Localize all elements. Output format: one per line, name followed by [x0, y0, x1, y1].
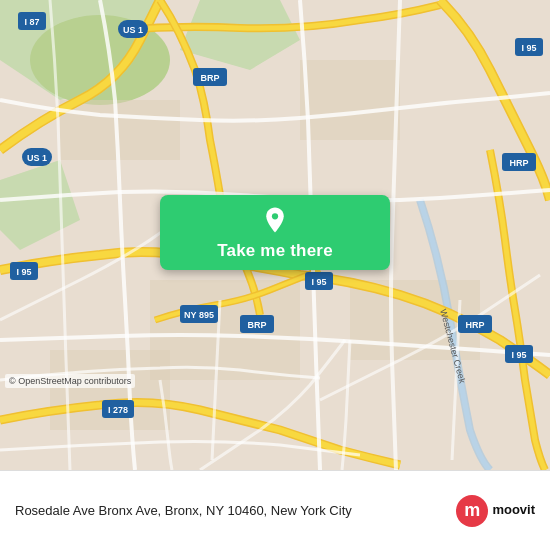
- moovit-logo-icon: m: [456, 495, 488, 527]
- address-text: Rosedale Ave Bronx Ave, Bronx, NY 10460,…: [15, 503, 352, 518]
- svg-text:I 95: I 95: [16, 267, 31, 277]
- location-pin-icon: [260, 205, 290, 235]
- svg-text:US 1: US 1: [27, 153, 47, 163]
- map-container: I 87 US 1 US 1 I 95 I 95 I 95 HRP HRP BR…: [0, 0, 550, 470]
- take-me-there-button[interactable]: Take me there: [160, 195, 390, 270]
- svg-text:US 1: US 1: [123, 25, 143, 35]
- address-section: Rosedale Ave Bronx Ave, Bronx, NY 10460,…: [15, 501, 446, 520]
- svg-rect-7: [150, 280, 300, 380]
- svg-text:BRP: BRP: [247, 320, 266, 330]
- svg-text:I 95: I 95: [521, 43, 536, 53]
- svg-text:I 95: I 95: [511, 350, 526, 360]
- svg-text:BRP: BRP: [200, 73, 219, 83]
- svg-text:I 87: I 87: [24, 17, 39, 27]
- svg-text:I 278: I 278: [108, 405, 128, 415]
- moovit-logo-text: moovit: [492, 503, 535, 517]
- info-bar: Rosedale Ave Bronx Ave, Bronx, NY 10460,…: [0, 470, 550, 550]
- osm-attribution: © OpenStreetMap contributors: [5, 374, 135, 388]
- svg-text:HRP: HRP: [509, 158, 528, 168]
- svg-point-37: [272, 213, 278, 219]
- svg-text:HRP: HRP: [465, 320, 484, 330]
- svg-text:NY 895: NY 895: [184, 310, 214, 320]
- svg-rect-5: [60, 100, 180, 160]
- cta-button-label: Take me there: [217, 241, 333, 261]
- svg-rect-6: [300, 60, 400, 140]
- svg-text:I 95: I 95: [311, 277, 326, 287]
- moovit-logo[interactable]: m moovit: [456, 495, 535, 527]
